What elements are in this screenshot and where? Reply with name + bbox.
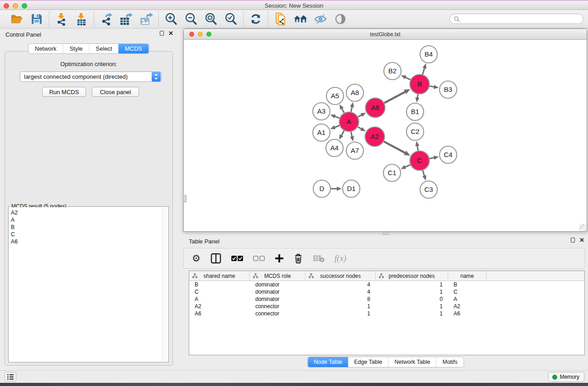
graph-node-A[interactable]: A bbox=[339, 112, 359, 132]
table-cell[interactable]: connector bbox=[250, 303, 306, 310]
graph-node-B2[interactable]: B2 bbox=[384, 62, 401, 80]
search-box[interactable] bbox=[449, 14, 583, 24]
column-header-name[interactable]: name bbox=[448, 271, 487, 281]
zoom-out-icon[interactable] bbox=[184, 12, 198, 26]
network-canvas[interactable]: B4B2BB3A8A5A6A3B1AC2A1A2A4A7C4CC1DC3D1 bbox=[184, 40, 587, 231]
export-network-icon[interactable] bbox=[100, 12, 113, 26]
table-close-icon[interactable]: ✕ bbox=[579, 238, 584, 243]
edge-A-A4[interactable] bbox=[341, 131, 344, 136]
table-cell[interactable]: 4 bbox=[306, 288, 376, 295]
delete-column-icon[interactable] bbox=[294, 252, 303, 265]
graph-node-A3[interactable]: A3 bbox=[313, 103, 330, 120]
splitter-handle[interactable] bbox=[382, 232, 389, 235]
table-cell[interactable]: 1 bbox=[376, 281, 448, 288]
result-item[interactable]: A bbox=[11, 216, 163, 224]
graph-node-C[interactable]: C bbox=[410, 151, 430, 171]
table-cell[interactable]: A2 bbox=[448, 303, 487, 310]
delete-table-icon[interactable] bbox=[313, 252, 325, 265]
column-header-shared-name[interactable]: shared name bbox=[189, 271, 250, 281]
graph-node-D1[interactable]: D1 bbox=[343, 180, 360, 197]
table-cell[interactable]: A bbox=[448, 295, 487, 303]
column-header-predecessor-nodes[interactable]: predecessor nodes bbox=[376, 271, 448, 281]
zoom-fit-icon[interactable] bbox=[204, 12, 218, 26]
task-history-button[interactable] bbox=[5, 372, 16, 381]
graph-node-B1[interactable]: B1 bbox=[406, 103, 424, 120]
home-network-icon[interactable] bbox=[294, 12, 307, 26]
zoom-selected-icon[interactable] bbox=[224, 12, 238, 26]
table-row[interactable]: Bdominator41B bbox=[189, 281, 584, 288]
network-window-titlebar[interactable]: testGlobe.txt bbox=[184, 29, 587, 40]
memory-button[interactable]: Memory bbox=[548, 372, 584, 382]
result-scrollbar[interactable] bbox=[163, 207, 168, 362]
table-cell[interactable]: 0 bbox=[376, 295, 448, 303]
table-row[interactable]: Cdominator41C bbox=[189, 288, 584, 295]
graph-node-C1[interactable]: C1 bbox=[383, 164, 401, 181]
result-item[interactable]: C bbox=[11, 231, 163, 238]
tab-network[interactable]: Network bbox=[29, 44, 63, 53]
table-cell[interactable]: 1 bbox=[306, 303, 376, 310]
graph-node-A4[interactable]: A4 bbox=[326, 139, 343, 157]
run-mcds-button[interactable]: Run MCDS bbox=[42, 87, 86, 97]
table-cell[interactable]: A bbox=[189, 295, 250, 303]
save-session-icon[interactable] bbox=[30, 12, 43, 26]
table-row[interactable]: A2connector11A2 bbox=[189, 303, 584, 310]
table-cell[interactable]: 4 bbox=[306, 281, 376, 288]
table-cell[interactable]: A2 bbox=[189, 303, 250, 310]
graph-node-A7[interactable]: A7 bbox=[346, 142, 363, 159]
zoom-in-icon[interactable] bbox=[164, 12, 178, 26]
result-item[interactable]: A2 bbox=[11, 209, 163, 216]
select-all-icon[interactable] bbox=[231, 252, 243, 265]
function-builder-icon[interactable]: f(x) bbox=[335, 252, 346, 265]
column-header-MCDS-role[interactable]: MCDS role bbox=[250, 271, 306, 281]
graph-node-D[interactable]: D bbox=[313, 180, 330, 197]
birdseye-handle[interactable] bbox=[183, 195, 186, 202]
import-network-icon[interactable] bbox=[55, 12, 68, 26]
split-view-icon[interactable] bbox=[210, 252, 221, 265]
edge-A2-C[interactable] bbox=[384, 142, 406, 153]
search-input[interactable] bbox=[460, 15, 583, 23]
float-panel-icon[interactable] bbox=[160, 31, 164, 36]
export-table-icon[interactable] bbox=[120, 12, 133, 26]
refresh-icon[interactable] bbox=[249, 12, 263, 26]
edge-C-C1[interactable] bbox=[404, 165, 410, 167]
result-item[interactable]: B bbox=[11, 224, 163, 231]
graph-node-A5[interactable]: A5 bbox=[326, 87, 344, 105]
table-row[interactable]: Adominator80A bbox=[189, 295, 584, 303]
edge-A6-B[interactable] bbox=[384, 91, 406, 103]
deselect-all-icon[interactable] bbox=[253, 252, 265, 265]
tab-select[interactable]: Select bbox=[89, 44, 119, 53]
table-cell[interactable]: dominator bbox=[250, 281, 306, 288]
graph-node-A2[interactable]: A2 bbox=[365, 127, 385, 147]
table-row[interactable]: A6connector11A6 bbox=[189, 310, 584, 317]
contrast-icon[interactable] bbox=[334, 12, 347, 26]
import-table-icon[interactable] bbox=[75, 12, 88, 26]
graph-node-C3[interactable]: C3 bbox=[420, 181, 437, 198]
mcds-result-list[interactable]: A2ABCA6 bbox=[9, 207, 163, 362]
tab-node-table[interactable]: Node Table bbox=[308, 357, 348, 367]
add-column-icon[interactable] bbox=[275, 252, 284, 265]
graph-node-B4[interactable]: B4 bbox=[420, 46, 437, 63]
tab-motifs[interactable]: Motifs bbox=[436, 357, 463, 367]
graph-node-C4[interactable]: C4 bbox=[440, 146, 457, 163]
tab-edge-table[interactable]: Edge Table bbox=[348, 357, 388, 367]
table-cell[interactable]: B bbox=[448, 281, 487, 288]
close-panel-icon[interactable]: ✕ bbox=[168, 31, 173, 36]
graph-node-A1[interactable]: A1 bbox=[313, 124, 330, 141]
table-cell[interactable]: A6 bbox=[448, 310, 487, 317]
table-cell[interactable]: 8 bbox=[306, 295, 376, 303]
table-cell[interactable]: 1 bbox=[376, 288, 448, 295]
tab-style[interactable]: Style bbox=[63, 44, 89, 53]
graph-node-C2[interactable]: C2 bbox=[406, 123, 424, 140]
edge-C-C3[interactable] bbox=[423, 170, 425, 176]
export-image-icon[interactable] bbox=[139, 12, 153, 26]
table-float-icon[interactable] bbox=[571, 238, 575, 243]
graph-node-A6[interactable]: A6 bbox=[366, 98, 385, 118]
edge-B-B4[interactable] bbox=[423, 67, 425, 75]
open-file-icon[interactable] bbox=[10, 12, 24, 26]
table-cell[interactable]: C bbox=[448, 288, 487, 295]
result-item[interactable]: A6 bbox=[11, 238, 163, 245]
resize-grip-icon[interactable] bbox=[579, 224, 586, 231]
graph-node-B3[interactable]: B3 bbox=[440, 81, 457, 98]
edge-B-B2[interactable] bbox=[405, 77, 411, 80]
table-cell[interactable]: 1 bbox=[306, 310, 376, 317]
